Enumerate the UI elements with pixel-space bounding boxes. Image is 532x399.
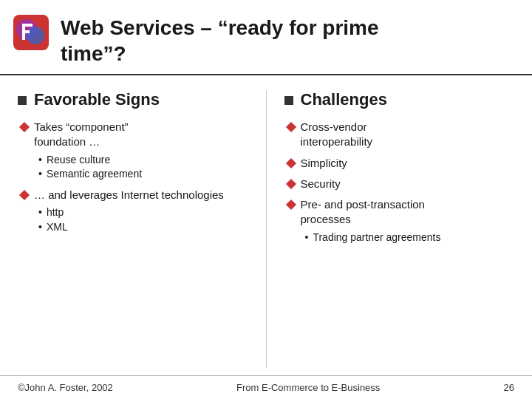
logo-icon [12, 13, 50, 52]
title-line1: Web Services – “ready for prime [61, 16, 379, 39]
diamond-icon [19, 122, 30, 132]
list-item: Trading partner agreements [305, 231, 515, 245]
sub-items-list: Reuse culture Semantic agreement [34, 153, 248, 182]
diamond-icon [285, 179, 296, 189]
left-column-header: Favorable Signs [18, 90, 248, 109]
item-main-text: Pre- and post-transactionprocesses [301, 197, 515, 228]
diamond-icon [285, 157, 296, 168]
sub-item-text: Semantic agreement [47, 167, 142, 182]
security-item-text: Security [301, 177, 515, 191]
diamond-icon [19, 190, 30, 200]
right-bullet-icon [284, 96, 293, 105]
sub-item-text: Trading partner agreements [313, 231, 440, 245]
main-content: Favorable Signs Takes “component”foundat… [0, 75, 532, 375]
list-item: Cross-vendorinteroperability [287, 120, 515, 150]
sub-items-list: Trading partner agreements [301, 231, 515, 245]
footer-page-number: 26 [504, 382, 514, 393]
right-column-title: Challenges [301, 90, 387, 109]
list-item: Simplicity [287, 156, 515, 171]
item-main-text: Cross-vendorinteroperability [301, 120, 515, 150]
item-main-text: Takes “component”foundation … [34, 120, 248, 150]
item-content: Simplicity [301, 156, 515, 171]
list-item: Reuse culture [38, 153, 248, 168]
list-item: … and leverages Internet technologies ht… [21, 188, 248, 234]
slide-title: Web Services – “ready for prime time”? [61, 13, 379, 66]
diamond-icon [285, 200, 296, 210]
item-main-text: … and leverages Internet technologies [34, 188, 248, 202]
list-item: Pre- and post-transactionprocesses Tradi… [287, 197, 515, 245]
sub-item-text: XML [47, 220, 68, 235]
slide-footer: ©John A. Foster, 2002 From E-Commerce to… [0, 375, 532, 399]
item-content: Pre- and post-transactionprocesses Tradi… [301, 197, 515, 245]
right-column-header: Challenges [284, 90, 515, 109]
list-item: Semantic agreement [38, 167, 248, 182]
item-content: Security [301, 177, 515, 191]
left-column-title: Favorable Signs [34, 90, 160, 109]
svg-rect-5 [22, 30, 30, 33]
footer-copyright: ©John A. Foster, 2002 [18, 382, 113, 393]
left-items-list: Takes “component”foundation … Reuse cult… [18, 120, 248, 234]
svg-point-2 [27, 27, 44, 44]
sub-items-list: http XML [34, 205, 248, 234]
column-divider [266, 90, 267, 368]
title-line2: time”? [61, 42, 126, 65]
slide-header: Web Services – “ready for prime time”? [0, 0, 532, 75]
diamond-icon [285, 122, 296, 132]
item-content: Cross-vendorinteroperability [301, 120, 515, 150]
sub-item-text: http [47, 205, 64, 220]
left-bullet-icon [18, 96, 27, 105]
item-main-text: Simplicity [301, 156, 515, 171]
list-item: Security [287, 177, 515, 191]
list-item: XML [38, 220, 248, 235]
slide: Web Services – “ready for prime time”? F… [0, 0, 532, 399]
right-column: Challenges Cross-vendorinteroperability … [284, 90, 515, 368]
sub-item-text: Reuse culture [47, 153, 110, 168]
right-items-list: Cross-vendorinteroperability Simplicity … [284, 120, 515, 245]
svg-rect-4 [22, 24, 33, 27]
item-content: … and leverages Internet technologies ht… [34, 188, 248, 234]
list-item: http [38, 205, 248, 220]
item-content: Takes “component”foundation … Reuse cult… [34, 120, 248, 182]
list-item: Takes “component”foundation … Reuse cult… [21, 120, 248, 182]
footer-source: From E-Commerce to E-Business [236, 382, 380, 393]
left-column: Favorable Signs Takes “component”foundat… [18, 90, 248, 368]
